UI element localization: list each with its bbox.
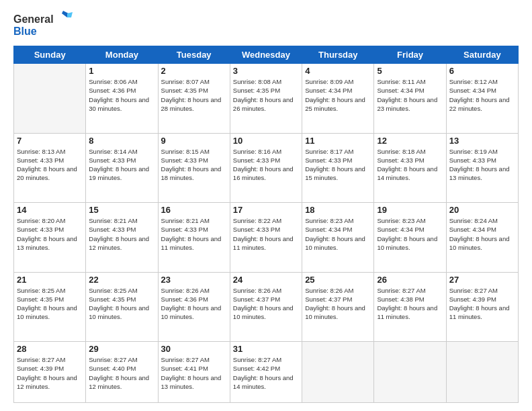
- svg-text:Blue: Blue: [13, 26, 37, 37]
- calendar-cell: 6Sunrise: 8:12 AM Sunset: 4:34 PM Daylig…: [446, 64, 518, 134]
- day-number: 20: [449, 205, 515, 215]
- day-number: 4: [305, 66, 371, 76]
- calendar-cell: 3Sunrise: 8:08 AM Sunset: 4:35 PM Daylig…: [230, 64, 302, 134]
- calendar-cell: 21Sunrise: 8:25 AM Sunset: 4:35 PM Dayli…: [14, 272, 86, 342]
- day-info: Sunrise: 8:21 AM Sunset: 4:33 PM Dayligh…: [89, 216, 154, 252]
- day-number: 31: [233, 344, 299, 354]
- calendar-header-saturday: Saturday: [446, 46, 518, 64]
- calendar-cell: 24Sunrise: 8:26 AM Sunset: 4:37 PM Dayli…: [230, 272, 302, 342]
- calendar-cell: 28Sunrise: 8:27 AM Sunset: 4:39 PM Dayli…: [14, 342, 86, 403]
- calendar-cell: 7Sunrise: 8:13 AM Sunset: 4:33 PM Daylig…: [14, 133, 86, 203]
- day-number: 15: [89, 205, 154, 215]
- calendar-cell: 12Sunrise: 8:18 AM Sunset: 4:33 PM Dayli…: [374, 133, 446, 203]
- day-number: 12: [377, 136, 443, 146]
- day-info: Sunrise: 8:27 AM Sunset: 4:40 PM Dayligh…: [89, 355, 154, 391]
- day-number: 25: [305, 275, 371, 285]
- day-info: Sunrise: 8:26 AM Sunset: 4:36 PM Dayligh…: [161, 286, 227, 322]
- day-number: 26: [377, 275, 443, 285]
- day-info: Sunrise: 8:12 AM Sunset: 4:34 PM Dayligh…: [449, 77, 515, 113]
- day-number: 19: [377, 205, 443, 215]
- calendar-cell: [302, 342, 374, 403]
- day-info: Sunrise: 8:27 AM Sunset: 4:42 PM Dayligh…: [233, 355, 299, 391]
- day-number: 7: [17, 136, 83, 146]
- day-number: 14: [17, 205, 83, 215]
- day-info: Sunrise: 8:11 AM Sunset: 4:34 PM Dayligh…: [377, 77, 443, 113]
- day-info: Sunrise: 8:15 AM Sunset: 4:33 PM Dayligh…: [161, 147, 227, 183]
- calendar-cell: 22Sunrise: 8:25 AM Sunset: 4:35 PM Dayli…: [86, 272, 158, 342]
- day-info: Sunrise: 8:27 AM Sunset: 4:41 PM Dayligh…: [161, 355, 227, 391]
- calendar-cell: 29Sunrise: 8:27 AM Sunset: 4:40 PM Dayli…: [86, 342, 158, 403]
- logo-svg: General Blue: [13, 11, 74, 39]
- calendar-cell: 19Sunrise: 8:23 AM Sunset: 4:34 PM Dayli…: [374, 203, 446, 273]
- calendar-cell: 16Sunrise: 8:21 AM Sunset: 4:33 PM Dayli…: [158, 203, 230, 273]
- day-number: 13: [449, 136, 515, 146]
- calendar-cell: 8Sunrise: 8:14 AM Sunset: 4:33 PM Daylig…: [86, 133, 158, 203]
- calendar-cell: [446, 342, 518, 403]
- day-number: 6: [449, 66, 515, 76]
- day-info: Sunrise: 8:14 AM Sunset: 4:33 PM Dayligh…: [89, 147, 154, 183]
- calendar-header-row: SundayMondayTuesdayWednesdayThursdayFrid…: [14, 46, 519, 64]
- calendar-cell: 18Sunrise: 8:23 AM Sunset: 4:34 PM Dayli…: [302, 203, 374, 273]
- page: General Blue SundayMondayTuesdayWednesda…: [0, 0, 532, 411]
- day-info: Sunrise: 8:26 AM Sunset: 4:37 PM Dayligh…: [305, 286, 371, 322]
- calendar-cell: 23Sunrise: 8:26 AM Sunset: 4:36 PM Dayli…: [158, 272, 230, 342]
- day-info: Sunrise: 8:25 AM Sunset: 4:35 PM Dayligh…: [17, 286, 83, 322]
- calendar-header-thursday: Thursday: [302, 46, 374, 64]
- day-info: Sunrise: 8:19 AM Sunset: 4:33 PM Dayligh…: [449, 147, 515, 183]
- day-info: Sunrise: 8:09 AM Sunset: 4:34 PM Dayligh…: [305, 77, 371, 113]
- calendar-cell: 2Sunrise: 8:07 AM Sunset: 4:35 PM Daylig…: [158, 64, 230, 134]
- day-info: Sunrise: 8:13 AM Sunset: 4:33 PM Dayligh…: [17, 147, 83, 183]
- day-info: Sunrise: 8:17 AM Sunset: 4:33 PM Dayligh…: [305, 147, 371, 183]
- calendar-cell: 9Sunrise: 8:15 AM Sunset: 4:33 PM Daylig…: [158, 133, 230, 203]
- day-number: 9: [161, 136, 227, 146]
- day-info: Sunrise: 8:20 AM Sunset: 4:33 PM Dayligh…: [17, 216, 83, 252]
- calendar-cell: 1Sunrise: 8:06 AM Sunset: 4:36 PM Daylig…: [86, 64, 158, 134]
- day-info: Sunrise: 8:27 AM Sunset: 4:39 PM Dayligh…: [17, 355, 83, 391]
- calendar-cell: 13Sunrise: 8:19 AM Sunset: 4:33 PM Dayli…: [446, 133, 518, 203]
- day-number: 1: [89, 66, 154, 76]
- calendar-header-friday: Friday: [374, 46, 446, 64]
- calendar-cell: 15Sunrise: 8:21 AM Sunset: 4:33 PM Dayli…: [86, 203, 158, 273]
- calendar-cell: 30Sunrise: 8:27 AM Sunset: 4:41 PM Dayli…: [158, 342, 230, 403]
- calendar-cell: [374, 342, 446, 403]
- day-number: 28: [17, 344, 83, 354]
- calendar-header-tuesday: Tuesday: [158, 46, 230, 64]
- calendar-header-sunday: Sunday: [14, 46, 86, 64]
- calendar-cell: 25Sunrise: 8:26 AM Sunset: 4:37 PM Dayli…: [302, 272, 374, 342]
- day-number: 17: [233, 205, 299, 215]
- day-number: 27: [449, 275, 515, 285]
- svg-marker-3: [67, 12, 73, 17]
- header: General Blue: [13, 11, 519, 39]
- day-number: 29: [89, 344, 154, 354]
- calendar-cell: 14Sunrise: 8:20 AM Sunset: 4:33 PM Dayli…: [14, 203, 86, 273]
- calendar-cell: 17Sunrise: 8:22 AM Sunset: 4:33 PM Dayli…: [230, 203, 302, 273]
- calendar-cell: 31Sunrise: 8:27 AM Sunset: 4:42 PM Dayli…: [230, 342, 302, 403]
- day-info: Sunrise: 8:27 AM Sunset: 4:39 PM Dayligh…: [449, 286, 515, 322]
- day-number: 30: [161, 344, 227, 354]
- day-number: 23: [161, 275, 227, 285]
- calendar-header-monday: Monday: [86, 46, 158, 64]
- day-info: Sunrise: 8:23 AM Sunset: 4:34 PM Dayligh…: [305, 216, 371, 252]
- calendar-cell: 4Sunrise: 8:09 AM Sunset: 4:34 PM Daylig…: [302, 64, 374, 134]
- calendar-cell: 26Sunrise: 8:27 AM Sunset: 4:38 PM Dayli…: [374, 272, 446, 342]
- svg-text:General: General: [13, 13, 54, 25]
- day-number: 10: [233, 136, 299, 146]
- day-info: Sunrise: 8:21 AM Sunset: 4:33 PM Dayligh…: [161, 216, 227, 252]
- calendar-cell: [14, 64, 86, 134]
- day-info: Sunrise: 8:25 AM Sunset: 4:35 PM Dayligh…: [89, 286, 154, 322]
- day-number: 24: [233, 275, 299, 285]
- day-info: Sunrise: 8:16 AM Sunset: 4:33 PM Dayligh…: [233, 147, 299, 183]
- day-info: Sunrise: 8:22 AM Sunset: 4:33 PM Dayligh…: [233, 216, 299, 252]
- day-number: 18: [305, 205, 371, 215]
- day-info: Sunrise: 8:08 AM Sunset: 4:35 PM Dayligh…: [233, 77, 299, 113]
- calendar-cell: 10Sunrise: 8:16 AM Sunset: 4:33 PM Dayli…: [230, 133, 302, 203]
- day-number: 11: [305, 136, 371, 146]
- day-number: 3: [233, 66, 299, 76]
- day-info: Sunrise: 8:06 AM Sunset: 4:36 PM Dayligh…: [89, 77, 154, 113]
- day-number: 5: [377, 66, 443, 76]
- calendar-cell: 20Sunrise: 8:24 AM Sunset: 4:34 PM Dayli…: [446, 203, 518, 273]
- calendar-table: SundayMondayTuesdayWednesdayThursdayFrid…: [13, 46, 519, 403]
- day-number: 22: [89, 275, 154, 285]
- day-number: 8: [89, 136, 154, 146]
- calendar-cell: 27Sunrise: 8:27 AM Sunset: 4:39 PM Dayli…: [446, 272, 518, 342]
